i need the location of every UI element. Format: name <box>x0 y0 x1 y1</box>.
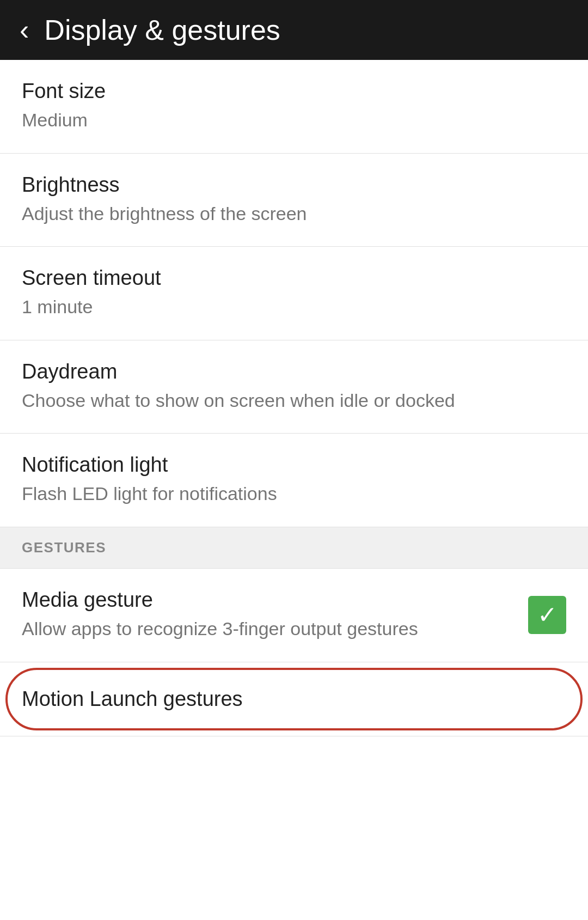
settings-item-brightness-content: Brightness Adjust the brightness of the … <box>22 173 566 227</box>
settings-item-daydream-content: Daydream Choose what to show on screen w… <box>22 360 566 414</box>
settings-item-screen-timeout-title: Screen timeout <box>22 266 566 290</box>
settings-item-media-gesture-content: Media gesture Allow apps to recognize 3-… <box>22 588 528 642</box>
settings-item-notification-light-title: Notification light <box>22 453 566 477</box>
back-button[interactable]: ‹ <box>20 16 29 44</box>
settings-item-media-gesture-subtitle: Allow apps to recognize 3-finger output … <box>22 616 528 642</box>
settings-item-brightness[interactable]: Brightness Adjust the brightness of the … <box>0 154 588 247</box>
media-gesture-checkbox[interactable]: ✓ <box>528 596 566 634</box>
settings-item-brightness-title: Brightness <box>22 173 566 197</box>
gestures-section-header: GESTURES <box>0 527 588 569</box>
settings-item-motion-launch[interactable]: Motion Launch gestures <box>0 662 588 736</box>
page-title: Display & gestures <box>44 14 280 46</box>
settings-item-font-size-subtitle: Medium <box>22 107 566 133</box>
settings-item-screen-timeout-content: Screen timeout 1 minute <box>22 266 566 320</box>
settings-item-daydream-title: Daydream <box>22 360 566 383</box>
settings-item-notification-light[interactable]: Notification light Flash LED light for n… <box>0 434 588 527</box>
settings-item-notification-light-content: Notification light Flash LED light for n… <box>22 453 566 507</box>
settings-item-screen-timeout[interactable]: Screen timeout 1 minute <box>0 247 588 340</box>
settings-item-screen-timeout-subtitle: 1 minute <box>22 294 566 320</box>
settings-item-daydream[interactable]: Daydream Choose what to show on screen w… <box>0 340 588 434</box>
settings-item-font-size-content: Font size Medium <box>22 80 566 133</box>
settings-item-font-size[interactable]: Font size Medium <box>0 60 588 154</box>
settings-item-brightness-subtitle: Adjust the brightness of the screen <box>22 201 566 227</box>
settings-item-media-gesture[interactable]: Media gesture Allow apps to recognize 3-… <box>0 569 588 662</box>
settings-item-media-gesture-title: Media gesture <box>22 588 528 612</box>
settings-item-daydream-subtitle: Choose what to show on screen when idle … <box>22 388 566 414</box>
settings-list: Font size Medium Brightness Adjust the b… <box>0 60 588 736</box>
settings-item-notification-light-subtitle: Flash LED light for notifications <box>22 481 566 507</box>
gestures-section-label: GESTURES <box>22 539 106 556</box>
checkmark-icon: ✓ <box>537 603 558 627</box>
settings-item-motion-launch-title: Motion Launch gestures <box>22 687 566 711</box>
app-header: ‹ Display & gestures <box>0 0 588 60</box>
settings-item-font-size-title: Font size <box>22 80 566 103</box>
